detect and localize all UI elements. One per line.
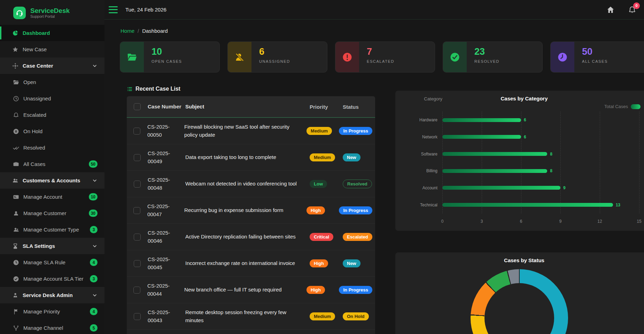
sidebar-item[interactable]: Manage Account SLA Tier 3 (0, 271, 104, 287)
case-subject: Firewall blocking new SaaS tool after se… (184, 120, 307, 142)
column-header-subject: Subject (185, 99, 310, 114)
case-subject: Remote desktop session freezing every fe… (185, 305, 310, 328)
bar-row: Hardware6 (395, 117, 639, 122)
bar-value-label: 13 (616, 203, 620, 207)
row-checkbox[interactable] (134, 234, 141, 241)
table-title: Recent Case List (135, 86, 180, 92)
row-checkbox[interactable] (134, 181, 141, 188)
sidebar-item[interactable]: SLA Settings (0, 238, 104, 254)
status-badge: In Progress (339, 127, 372, 135)
bell-icon (13, 112, 19, 118)
stat-card: 10 OPEN CASES (120, 41, 220, 73)
folder-open-icon (13, 79, 19, 85)
pie-chart-icon (12, 30, 18, 36)
sidebar-item[interactable]: Escalated (0, 107, 104, 123)
case-number: CS-2025-00048 (148, 173, 185, 195)
stat-value: 10 (152, 47, 182, 57)
case-number: CS-2025-00049 (148, 146, 185, 169)
admin-icon (12, 292, 18, 298)
move-icon (12, 63, 18, 69)
stat-card: 7 ESCALATED (335, 41, 435, 73)
star-icon (12, 46, 18, 53)
sidebar-item[interactable]: Manage Customer 30 (0, 205, 104, 221)
row-checkbox[interactable] (134, 313, 141, 320)
row-checkbox[interactable] (133, 287, 140, 294)
count-badge: 30 (89, 210, 98, 217)
bar-row: Software8 (395, 152, 639, 157)
case-subject: Incorrect exchange rate on international… (185, 256, 310, 271)
row-checkbox[interactable] (133, 207, 140, 214)
bar-row: Technical13 (395, 203, 639, 207)
row-checkbox[interactable] (133, 128, 140, 135)
count-badge: 3 (90, 275, 98, 282)
sidebar-item[interactable]: Unassigned (0, 90, 104, 107)
count-badge: 3 (90, 226, 98, 233)
breadcrumb: Home / Dashboard (104, 20, 644, 34)
menu-toggle-icon[interactable] (109, 6, 118, 13)
sidebar-item[interactable]: Manage Channel 5 (0, 320, 104, 334)
bar (442, 118, 521, 122)
sidebar-item[interactable]: Case Center (0, 58, 104, 74)
sidebar-item[interactable]: Dashboard (0, 25, 104, 41)
sidebar-item[interactable]: Manage SLA Rule 4 (0, 254, 104, 271)
row-checkbox[interactable] (134, 260, 141, 267)
cases-by-status-chart: Cases by Status (395, 252, 644, 334)
bar (442, 186, 560, 190)
x-tick-label: 6 (520, 219, 522, 224)
table-row[interactable]: CS-2025-00045 Incorrect exchange rate on… (127, 250, 375, 277)
status-badge: In Progress (339, 286, 372, 294)
home-icon[interactable] (606, 6, 615, 14)
count-badge: 10 (89, 193, 98, 200)
bar-chart-title: Cases by Category (395, 96, 644, 101)
recent-case-table: Case Number Subject Priority Status CS-2… (127, 96, 375, 334)
table-row[interactable]: CS-2025-00046 Active Directory replicati… (127, 224, 375, 250)
table-row[interactable]: CS-2025-00043 Remote desktop session fre… (127, 303, 375, 330)
stat-card: 50 ALL CASES (550, 41, 644, 73)
notifications-bell-icon[interactable]: 0 (628, 6, 636, 14)
sidebar-item[interactable]: Manage Customer Type 3 (0, 221, 104, 238)
stat-card: 6 UNASSIGNED (227, 41, 327, 73)
bar-value-label: 6 (524, 135, 526, 139)
x-tick-label: 0 (441, 219, 444, 224)
sidebar-item[interactable]: On Hold (0, 123, 104, 139)
table-row[interactable]: CS-2025-00050 Firewall blocking new SaaS… (127, 118, 375, 144)
breadcrumb-current: Dashboard (142, 28, 168, 34)
bar-category-label: Hardware (395, 117, 442, 122)
x-tick-label: 3 (481, 219, 483, 224)
sidebar-item[interactable]: Open (0, 74, 104, 90)
pause-circle-icon (13, 128, 19, 135)
sidebar-item[interactable]: Service Desk Admin (0, 287, 104, 303)
case-number: CS-2025-00045 (148, 252, 185, 275)
row-checkbox[interactable] (134, 154, 141, 161)
bar-category-label: Account (395, 185, 442, 190)
table-row[interactable]: CS-2025-00048 Webcam not detected in vid… (127, 171, 375, 197)
priority-badge: Medium (310, 153, 335, 161)
table-row[interactable]: CS-2025-00044 New branch office — full I… (127, 277, 375, 303)
clock-circle-icon (557, 52, 568, 62)
table-row[interactable]: CS-2025-00049 Data export taking too lon… (127, 144, 375, 171)
case-subject: Data export taking too long to complete (185, 150, 310, 165)
chevron-down-icon (92, 178, 98, 183)
case-subject: New branch office — full IT setup requir… (184, 282, 307, 297)
check-circle-icon (450, 52, 460, 62)
bar-category-label: Billing (395, 168, 442, 173)
breadcrumb-home-link[interactable]: Home (121, 28, 134, 34)
bar-row: Network6 (395, 135, 639, 139)
sidebar-item[interactable]: Manage Account 10 (0, 189, 104, 205)
clock-icon (13, 96, 19, 102)
select-all-checkbox[interactable] (134, 103, 141, 110)
case-number: CS-2025-00050 (147, 120, 184, 142)
share-icon (13, 325, 19, 331)
sidebar-item[interactable]: New Case (0, 41, 104, 58)
table-row[interactable]: CS-2025-00042 User locked out after MFA … (127, 330, 375, 334)
priority-badge: Medium (307, 127, 332, 135)
sidebar: ServiceDesk Support Portal Dashboard New… (0, 0, 104, 334)
sidebar-item[interactable]: Customers & Accounts (0, 172, 104, 189)
sidebar-item[interactable]: Resolved (0, 139, 104, 156)
sidebar-item[interactable]: All Cases 50 (0, 156, 104, 172)
double-check-icon (13, 145, 19, 151)
grid-line (639, 112, 639, 213)
table-row[interactable]: CS-2025-00047 Recurring bug in expense s… (127, 197, 375, 224)
bar (442, 169, 547, 173)
sidebar-item[interactable]: Manage Priority 4 (0, 303, 104, 320)
